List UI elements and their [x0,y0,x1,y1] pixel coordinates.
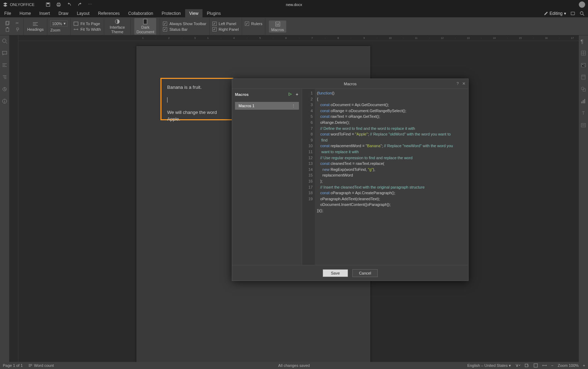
tab-draw[interactable]: Draw [54,9,72,18]
macro-list-panel: Macros ▷ ＋ Macros 1 ⋮ [232,89,302,265]
image-icon[interactable] [581,62,586,68]
zoom-out-icon[interactable]: − [551,363,553,368]
code-editor[interactable]: 12345678910111213141516171819 (function(… [302,89,468,265]
tab-layout[interactable]: Layout [72,9,94,18]
more-icon[interactable]: ⋯ [88,2,92,7]
fit-width-icon[interactable] [542,363,547,368]
track-changes-icon[interactable] [524,363,529,368]
close-icon[interactable]: ✕ [462,81,465,86]
tab-insert[interactable]: Insert [35,9,54,18]
shape-icon[interactable] [581,86,586,92]
dialog-title: Macros [344,82,357,86]
statusbar: Page 1 of 1 Word count All changes saved… [0,362,588,369]
help-icon[interactable]: ? [457,81,459,86]
chevron-down-icon: ▾ [564,11,566,16]
macro-list-item[interactable]: Macros 1 ⋮ [235,102,299,110]
print-icon[interactable] [56,2,61,7]
svg-point-20 [2,39,6,42]
right-panel-check[interactable]: Right Panel [212,27,239,31]
paste-icon[interactable] [5,27,10,32]
macro-item-label: Macros 1 [239,104,254,108]
svg-rect-51 [525,364,528,367]
svg-line-21 [6,42,7,44]
outline-icon[interactable] [2,74,7,80]
word-count[interactable]: Word count [28,363,54,368]
tab-file[interactable]: File [0,9,15,18]
save-icon[interactable] [46,2,51,7]
run-macro-icon[interactable]: ▷ [289,92,292,97]
save-button[interactable]: Save [323,269,348,277]
open-location-icon[interactable] [570,11,575,16]
theme-icon [114,19,120,24]
logo-icon [3,2,8,7]
comment-icon[interactable] [2,50,7,56]
search-icon[interactable] [2,38,7,44]
undo-icon[interactable] [67,2,72,7]
macros-button[interactable]: M Macros [269,21,286,33]
copy-icon[interactable] [5,21,10,26]
search-icon[interactable] [580,11,584,16]
document-title: new.docx [286,2,302,7]
user-avatar[interactable] [579,1,585,8]
svg-rect-37 [582,75,585,79]
code-content[interactable]: (function() { const oDocument = Api.GetD… [315,89,468,265]
fit-to-width-button[interactable]: Fit To Width [74,27,101,31]
page-indicator[interactable]: Page 1 of 1 [3,363,23,368]
editing-mode[interactable]: Editing ▾ [544,11,566,16]
dark-document-button[interactable]: Dark Document [134,18,156,34]
cancel-button[interactable]: Cancel [352,269,378,277]
svg-point-6 [580,12,583,15]
rulers-check[interactable]: Rulers [245,22,263,26]
tab-home[interactable]: Home [15,9,35,18]
tab-collaboration[interactable]: Collaboration [124,9,158,18]
gutter: 12345678910111213141516171819 [302,89,315,265]
redo-icon[interactable] [77,2,82,7]
fit-page-icon[interactable] [534,363,538,368]
table-icon[interactable] [581,50,586,56]
cut-icon[interactable]: ✂ [16,21,19,25]
macros-label: Macros [271,28,284,32]
tab-protection[interactable]: Protection [158,9,185,18]
horizontal-ruler: 1·2·31·4·5·6·7·8·9·10·11·12·13·14·15·16·… [18,35,579,41]
spellcheck-icon[interactable] [515,363,520,368]
svg-rect-3 [58,3,60,4]
interface-theme-button[interactable]: Interface Theme [108,18,127,34]
rulers-label: Rulers [251,22,263,26]
text-art-icon[interactable]: T [581,110,586,116]
form-icon[interactable] [581,122,586,128]
zoom-status[interactable]: Zoom 100% [558,363,578,368]
svg-rect-17 [143,19,147,24]
headings-panel-icon[interactable] [2,62,7,68]
tab-references[interactable]: References [94,9,124,18]
svg-rect-43 [584,99,585,103]
save-status: All changes saved [278,363,310,368]
macros-dialog: Macros ? ✕ Macros ▷ ＋ Macros 1 ⋮ [232,79,469,281]
paragraph-icon[interactable]: ¶ [581,38,586,44]
always-show-toolbar-check[interactable]: Always Show Toolbar [163,22,206,26]
macro-item-menu-icon[interactable]: ⋮ [292,104,295,108]
status-bar-check[interactable]: Status Bar [163,27,206,31]
fit-to-page-button[interactable]: Fit To Page [74,22,101,26]
headings-icon[interactable] [32,22,39,27]
add-macro-icon[interactable]: ＋ [295,92,299,97]
language-selector[interactable]: English – United States ▾ [467,363,511,368]
doc-line-2: We will change the word Apple. [167,109,227,123]
save-label: Save [331,271,340,275]
zoom-value: 100% [52,22,62,26]
ribbon-view: ✂ Headings 100%▾ Zoom Fit To Page Fit To… [0,18,588,35]
header-footer-icon[interactable] [581,74,586,80]
info-icon[interactable] [2,98,7,104]
quick-access-toolbar: ⋯ [46,2,92,7]
app-brand: ONLYOFFICE [3,2,34,7]
left-rail [0,35,9,362]
zoom-in-icon[interactable]: + [583,363,585,368]
left-panel-check[interactable]: Left Panel [212,22,239,26]
dialog-titlebar: Macros ? ✕ [232,79,468,89]
left-panel-label: Left Panel [219,22,236,26]
format-painter-icon[interactable] [16,27,20,32]
tab-plugins[interactable]: Plugins [202,9,225,18]
tab-view[interactable]: View [185,9,203,18]
feedback-icon[interactable] [2,86,7,92]
chart-icon[interactable] [581,98,586,104]
zoom-combo[interactable]: 100%▾ [50,21,67,27]
